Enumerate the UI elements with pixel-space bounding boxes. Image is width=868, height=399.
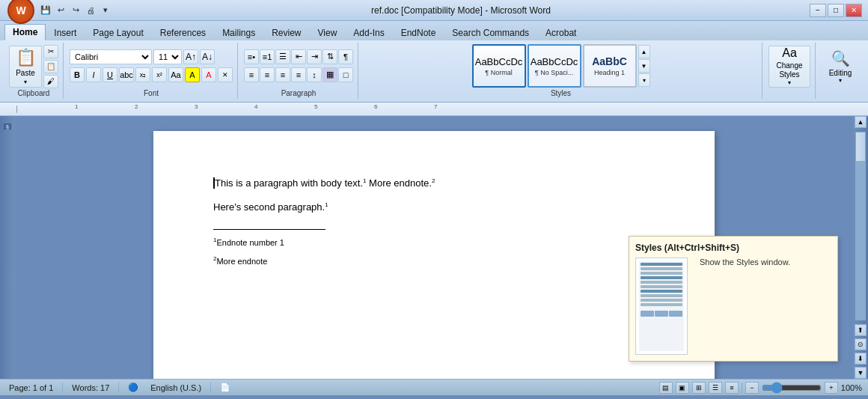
styles-more[interactable]: ▾ [638, 73, 650, 87]
font-size-select[interactable]: 11 [153, 49, 182, 64]
change-styles-button[interactable]: Aa ChangeStyles ▾ [768, 46, 810, 88]
cut-button[interactable]: ✂ [43, 45, 58, 58]
decrease-font-button[interactable]: A↓ [200, 49, 215, 64]
status-words[interactable]: Words: 17 [69, 383, 112, 392]
qa-undo[interactable]: ↩ [54, 4, 67, 17]
tab-insert[interactable]: Insert [46, 24, 85, 40]
tooltip-line-5 [641, 281, 682, 284]
view-outline[interactable]: ☰ [709, 382, 722, 394]
tab-view[interactable]: View [310, 24, 346, 40]
tooltip-image-buttons [641, 311, 682, 317]
tab-acrobat[interactable]: Acrobat [537, 24, 584, 40]
styles-scroll-up[interactable]: ▲ [638, 45, 650, 58]
view-web-layout[interactable]: ⊞ [692, 382, 706, 394]
qa-more[interactable]: ▾ [99, 4, 112, 17]
superscript-button[interactable]: x² [152, 67, 167, 82]
view-draft[interactable]: ≡ [725, 382, 739, 394]
view-full-reading[interactable]: ▣ [676, 382, 689, 394]
tooltip-img-btn-2 [655, 311, 668, 317]
style-heading1-label: Heading 1 [594, 69, 625, 76]
qa-redo[interactable]: ↪ [69, 4, 82, 17]
status-track-changes[interactable]: 📄 [217, 383, 233, 392]
bold-button[interactable]: B [70, 67, 85, 82]
endnote-1-text: Endnote number 1 [216, 238, 284, 247]
justify-button[interactable]: ≡ [291, 67, 306, 82]
style-normal[interactable]: AaBbCcDc ¶ Normal [472, 44, 526, 88]
scroll-down-button[interactable]: ▼ [855, 367, 867, 379]
status-proofing-icon[interactable]: 🔵 [125, 383, 141, 392]
font-color-button[interactable]: A [201, 67, 216, 82]
zoom-percentage[interactable]: 100% [841, 383, 862, 392]
close-button[interactable]: ✕ [846, 4, 862, 17]
underline-button[interactable]: U [103, 67, 117, 82]
clipboard-small-btns: ✂ 📋 🖌 [43, 45, 58, 88]
restore-button[interactable]: □ [828, 4, 844, 17]
ribbon-content: 📋 Paste ▾ ✂ 📋 🖌 Clipboard Calibri [0, 40, 868, 102]
tab-home[interactable]: Home [4, 24, 46, 40]
tab-page-layout[interactable]: Page Layout [85, 24, 151, 40]
tab-endnote[interactable]: EndNote [393, 24, 444, 40]
clear-format-button[interactable]: ✕ [218, 67, 233, 82]
main-area: § This is a paragraph with body text.1 M… [0, 116, 868, 379]
sort-button[interactable]: ⇅ [323, 49, 337, 64]
italic-button[interactable]: I [86, 67, 101, 82]
copy-button[interactable]: 📋 [43, 60, 58, 73]
tooltip-line-7 [641, 290, 682, 293]
minimize-button[interactable]: − [810, 4, 826, 17]
decrease-indent-button[interactable]: ⇤ [291, 49, 306, 64]
style-no-spacing-label: ¶ No Spaci... [535, 69, 573, 76]
border-button[interactable]: □ [338, 67, 353, 82]
tab-references[interactable]: References [152, 24, 214, 40]
style-no-spacing[interactable]: AaBbCcDc ¶ No Spaci... [528, 44, 581, 88]
shading-button[interactable]: ▦ [323, 67, 337, 82]
qa-save[interactable]: 💾 [39, 4, 52, 17]
format-painter-button[interactable]: 🖌 [43, 75, 58, 88]
editing-button[interactable]: 🔍 Editing ▾ [822, 46, 859, 88]
style-heading1[interactable]: AaBbC Heading 1 [583, 44, 637, 88]
title-bar-left: W 💾 ↩ ↪ 🖨 ▾ [6, 0, 112, 25]
ruler[interactable]: │ 1 2 3 4 5 6 7 [0, 103, 868, 116]
scroll-next-page[interactable]: ⬇ [855, 353, 867, 365]
scroll-thumb[interactable] [855, 132, 866, 162]
increase-font-button[interactable]: A↑ [183, 49, 198, 64]
font-name-select[interactable]: Calibri [70, 49, 152, 64]
align-center-button[interactable]: ≡ [260, 67, 275, 82]
scroll-up-button[interactable]: ▲ [855, 116, 867, 128]
para-row-1: ≡• ≡1 ☰ ⇤ ⇥ ⇅ ¶ [244, 49, 353, 64]
strikethrough-button[interactable]: abc [119, 67, 134, 82]
tab-mailings[interactable]: Mailings [214, 24, 263, 40]
multilevel-button[interactable]: ☰ [275, 49, 290, 64]
quick-access-toolbar: 💾 ↩ ↪ 🖨 ▾ [39, 4, 112, 17]
highlight-button[interactable]: A [185, 67, 200, 82]
bullets-button[interactable]: ≡• [244, 49, 259, 64]
zoom-in-button[interactable]: + [825, 382, 838, 394]
line-spacing-button[interactable]: ↕ [307, 67, 322, 82]
status-language[interactable]: English (U.S.) [147, 383, 204, 392]
tooltip-image-inner [639, 261, 684, 351]
scroll-prev-page[interactable]: ⬆ [855, 324, 867, 336]
scrollbar-vertical[interactable]: ▲ ⬆ ⊙ ⬇ ▼ [853, 116, 868, 379]
scroll-select[interactable]: ⊙ [855, 338, 867, 350]
numbering-button[interactable]: ≡1 [260, 49, 275, 64]
tab-search-commands[interactable]: Search Commands [444, 24, 537, 40]
increase-indent-button[interactable]: ⇥ [307, 49, 322, 64]
zoom-slider[interactable] [762, 383, 822, 392]
align-right-button[interactable]: ≡ [275, 67, 290, 82]
scroll-track[interactable] [855, 132, 866, 320]
tab-review[interactable]: Review [263, 24, 309, 40]
paste-dropdown-icon: ▾ [24, 79, 27, 85]
paste-button[interactable]: 📋 Paste ▾ [9, 46, 42, 88]
tab-addins[interactable]: Add-Ins [345, 24, 392, 40]
qa-print[interactable]: 🖨 [84, 4, 97, 17]
office-button[interactable]: W [7, 0, 34, 24]
status-page[interactable]: Page: 1 of 1 [6, 383, 56, 392]
align-left-button[interactable]: ≡ [244, 67, 259, 82]
styles-scroll-down[interactable]: ▼ [638, 59, 650, 73]
tooltip-img-btn-3 [669, 311, 682, 317]
show-hide-button[interactable]: ¶ [338, 49, 353, 64]
view-print-layout[interactable]: ▤ [659, 382, 673, 394]
zoom-out-button[interactable]: − [745, 382, 759, 394]
text-case-button[interactable]: Aa [168, 67, 183, 82]
document-content: This is a paragraph with body text.1 Mor… [213, 176, 655, 267]
subscript-button[interactable]: x₂ [135, 67, 150, 82]
